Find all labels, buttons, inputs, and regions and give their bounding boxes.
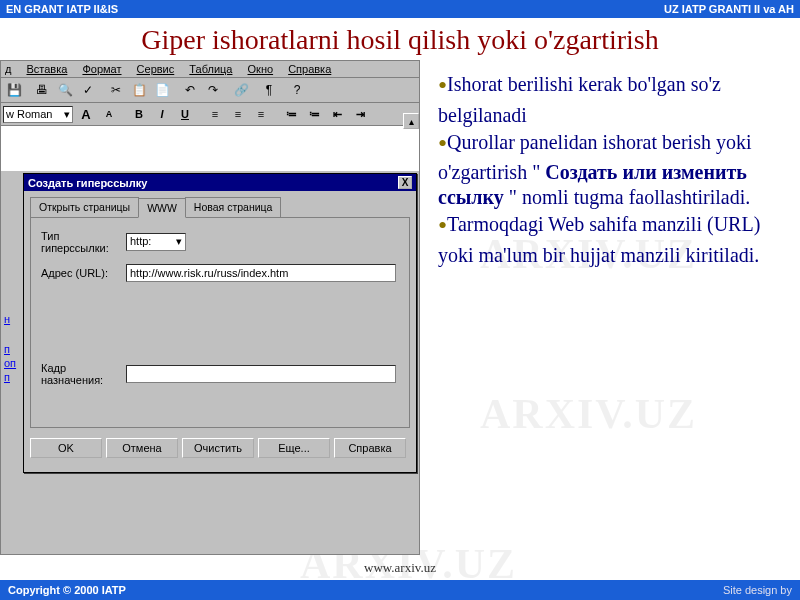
header-bar: EN GRANT IATP II&IS UZ IATP GRANTI II va… — [0, 0, 800, 18]
label-target-frame: Кадр назначения: — [41, 362, 126, 386]
link-type-value: http: — [130, 235, 151, 249]
url-input[interactable] — [126, 264, 396, 282]
bold-button[interactable]: B — [129, 105, 149, 123]
header-right: UZ IATP GRANTI II va AH — [664, 3, 794, 15]
dialog-tabs: Открыть страницы WWW Новая страница — [30, 197, 410, 218]
italic-button[interactable]: I — [152, 105, 172, 123]
increase-font-icon[interactable]: A — [76, 105, 96, 123]
bullet-icon: • — [438, 211, 447, 240]
menu-help[interactable]: Справка — [288, 63, 331, 75]
cut-icon[interactable]: ✂ — [105, 80, 127, 100]
bullet-icon: • — [438, 71, 447, 100]
align-right-icon[interactable]: ≡ — [251, 105, 271, 123]
font-name-value: w Roman — [6, 108, 52, 121]
bullet-list-icon[interactable]: ≔ — [304, 105, 324, 123]
bullet-text-3: Tarmoqdagi Web sahifa manzili (URL) yoki… — [438, 213, 760, 266]
font-name-select[interactable]: w Roman ▾ — [3, 106, 73, 123]
spell-icon[interactable]: ✓ — [77, 80, 99, 100]
cancel-button[interactable]: Отмена — [106, 438, 178, 458]
dialog-title-text: Создать гиперссылку — [28, 177, 147, 189]
design-credit: Site design by — [723, 584, 792, 596]
menu-insert[interactable]: Вставка — [26, 63, 67, 75]
doc-link[interactable]: н — [4, 313, 16, 325]
dropdown-icon: ▾ — [176, 235, 182, 249]
redo-icon[interactable]: ↷ — [202, 80, 224, 100]
bullet-paragraph: •Ishorat berilishi kerak bo'lgan so'z be… — [438, 70, 776, 268]
bullet-text-2b: " nomli tugma faollashtiriladi. — [504, 186, 750, 208]
bullet-text-1: Ishorat berilishi kerak bo'lgan so'z bel… — [438, 73, 721, 126]
print-icon[interactable]: 🖶 — [31, 80, 53, 100]
tab-open-pages[interactable]: Открыть страницы — [30, 197, 139, 217]
footer-bar: Copyright © 2000 IATP Site design by — [0, 580, 800, 600]
label-url: Адрес (URL): — [41, 267, 126, 279]
preview-icon[interactable]: 🔍 — [54, 80, 76, 100]
tab-new-page[interactable]: Новая страница — [185, 197, 282, 217]
dialog-button-row: OK Отмена Очистить Еще... Справка — [24, 434, 416, 464]
underline-button[interactable]: U — [175, 105, 195, 123]
format-toolbar: w Roman ▾ A A B I U ≡ ≡ ≡ ≔ ≔ ⇤ ⇥ — [1, 103, 419, 126]
align-left-icon[interactable]: ≡ — [205, 105, 225, 123]
menu-window[interactable]: Окно — [248, 63, 274, 75]
menu-format[interactable]: Формат — [82, 63, 121, 75]
copyright-text: Copyright © 2000 IATP — [8, 584, 126, 596]
header-left: EN GRANT IATP II&IS — [6, 3, 118, 15]
save-icon[interactable]: 💾 — [3, 80, 25, 100]
paste-icon[interactable]: 📄 — [151, 80, 173, 100]
menu-d[interactable]: д — [5, 63, 11, 75]
create-hyperlink-dialog: Создать гиперссылку X Открыть страницы W… — [23, 173, 417, 473]
close-button[interactable]: X — [398, 176, 412, 189]
dialog-titlebar[interactable]: Создать гиперссылку X — [24, 174, 416, 191]
ok-button[interactable]: OK — [30, 438, 102, 458]
decrease-font-icon[interactable]: A — [99, 105, 119, 123]
copy-icon[interactable]: 📋 — [128, 80, 150, 100]
standard-toolbar: 💾 🖶 🔍 ✓ ✂ 📋 📄 ↶ ↷ 🔗 ¶ ? — [1, 78, 419, 103]
doc-link[interactable]: оп — [4, 357, 16, 369]
indent-icon[interactable]: ⇥ — [350, 105, 370, 123]
help-icon[interactable]: ? — [286, 80, 308, 100]
link-type-select[interactable]: http: ▾ — [126, 233, 186, 251]
footer-url: www.arxiv.uz — [0, 560, 800, 576]
pilcrow-icon[interactable]: ¶ — [258, 80, 280, 100]
menu-service[interactable]: Сервис — [137, 63, 175, 75]
tab-www[interactable]: WWW — [138, 198, 186, 218]
more-button[interactable]: Еще... — [258, 438, 330, 458]
dropdown-icon: ▾ — [64, 108, 70, 121]
clear-button[interactable]: Очистить — [182, 438, 254, 458]
numbered-list-icon[interactable]: ≔ — [281, 105, 301, 123]
scroll-up-icon[interactable]: ▴ — [403, 113, 419, 129]
undo-icon[interactable]: ↶ — [179, 80, 201, 100]
help-button[interactable]: Справка — [334, 438, 406, 458]
page-title: Giper ishoratlarni hosil qilish yoki o'z… — [0, 18, 800, 60]
label-link-type: Тип гиперссылки: — [41, 230, 126, 254]
document-area[interactable] — [1, 126, 419, 171]
hyperlink-icon[interactable]: 🔗 — [230, 80, 252, 100]
dialog-body: Тип гиперссылки: http: ▾ Адрес (URL): Ка… — [30, 218, 410, 428]
doc-link[interactable]: п — [4, 371, 16, 383]
outdent-icon[interactable]: ⇤ — [327, 105, 347, 123]
bullet-icon: • — [438, 129, 447, 158]
doc-link[interactable]: п — [4, 343, 16, 355]
target-frame-input[interactable] — [126, 365, 396, 383]
menu-table[interactable]: Таблица — [189, 63, 232, 75]
menu-bar[interactable]: д Вставка Формат Сервис Таблица Окно Спр… — [1, 61, 419, 78]
align-center-icon[interactable]: ≡ — [228, 105, 248, 123]
editor-window: д Вставка Формат Сервис Таблица Окно Спр… — [0, 60, 420, 555]
